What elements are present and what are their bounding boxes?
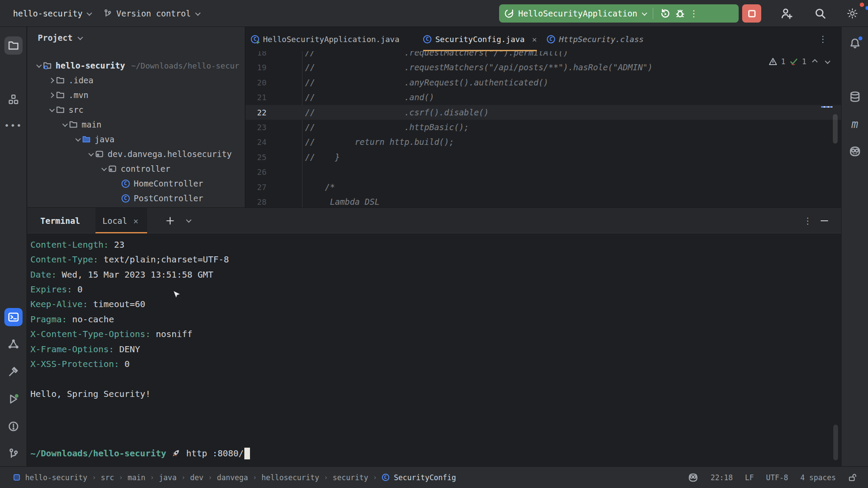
tree-item[interactable]: dev.danvega.hellosecurity [27,147,245,161]
run-more-options-icon[interactable]: ⋮ [690,8,699,19]
terminal-line: Keep-Alive: timeout=60 [30,297,145,311]
terminal-line: Content-Type: text/plain;charset=UTF-8 [30,252,229,267]
line-number: 18 [246,51,266,57]
rerun-icon[interactable] [660,8,671,19]
tab-httpsecurity[interactable]: C HttpSecurity.class [547,27,644,51]
tab-label: HelloSecurityApplication.java [263,35,399,44]
line-number: 20 [246,78,266,87]
terminal-more-button[interactable]: ⋮ [803,208,813,233]
terminal-tab-options-button[interactable] [186,208,190,233]
terminal-scrollbar[interactable] [833,425,838,460]
tree-item[interactable]: controller [27,161,245,176]
project-folder-icon [43,61,52,70]
run-configuration-widget[interactable]: HelloSecurityApplication ⋮ [499,4,739,23]
breadcrumb-item[interactable]: hellosecurity [261,473,319,482]
terminal-line: X-XSS-Protection: 0 [30,357,130,371]
breadcrumb-separator: › [324,474,328,481]
tree-item-root[interactable]: hello-security ~/Downloads/hello-secur [27,58,245,73]
tree-item[interactable]: java [27,132,245,147]
breadcrumb-item[interactable]: danvega [217,473,248,482]
folder-icon [56,91,65,99]
breadcrumb-item[interactable]: dev [190,473,204,482]
code-line: 21 // .and() [246,90,841,105]
breadcrumb-item[interactable]: main [128,473,145,482]
breadcrumb-item[interactable]: java [159,473,177,482]
settings-button[interactable] [846,0,858,27]
sidebar-item-terminal[interactable] [4,308,23,326]
package-icon [95,150,104,158]
debug-icon[interactable] [675,8,685,19]
hide-terminal-button[interactable] [821,208,828,233]
sidebar-item-endpoints[interactable] [4,335,23,354]
tab-hellosecurityapplication[interactable]: C HelloSecurityApplication.java [251,27,399,51]
terminal-tab-local[interactable]: Local ✕ [95,208,147,233]
chevron-down-icon [195,10,201,16]
copilot-status-icon[interactable] [688,472,698,483]
code-line: 23 // .httpBasic(); [246,120,841,134]
file-encoding[interactable]: UTF-8 [766,473,788,482]
breadcrumb[interactable]: hello-security› src› main› java› dev› da… [13,473,456,482]
previous-problem-icon[interactable] [812,59,818,65]
inspections-widget[interactable]: 1 1 [769,57,829,66]
sidebar-item-problems[interactable] [4,417,23,436]
breadcrumb-item[interactable]: src [101,473,114,482]
sidebar-item-database[interactable] [846,88,864,106]
tree-item[interactable]: C PostController [27,191,245,206]
line-separator[interactable]: LF [745,473,753,482]
branch-icon [8,448,19,459]
version-control-button[interactable]: Version control [103,0,199,27]
sidebar-item-more[interactable]: ••• [4,116,23,134]
breadcrumb-item[interactable]: hello-security [25,473,87,482]
close-icon[interactable]: ✕ [532,35,537,44]
breadcrumb-item[interactable]: security [333,473,368,482]
tree-item[interactable]: .mvn [27,88,245,102]
indent-setting[interactable]: 4 spaces [800,473,836,482]
sidebar-item-git[interactable] [4,445,23,463]
sidebar-item-project[interactable] [4,36,23,55]
breadcrumb-item-current[interactable]: SecurityConfig [394,473,456,482]
copilot-icon [849,145,861,157]
tab-securityconfig[interactable]: C SecurityConfig.java ✕ [423,27,537,51]
tab-list-more-icon[interactable]: ⋮ [819,34,828,44]
class-icon: C [382,474,389,481]
chevron-down-icon [36,62,42,68]
line-number: 23 [246,123,266,132]
status-bar: hello-security› src› main› java› dev› da… [0,466,868,488]
sidebar-item-structure[interactable] [4,90,23,108]
tree-item[interactable]: main [27,117,245,132]
code-editor[interactable]: 18 // .requestMatchers("/").permitAll() … [246,51,841,207]
version-control-label: Version control [116,9,191,18]
sidebar-item-build[interactable] [4,363,23,381]
code-line-current: 22 // .csrf().disable() [246,105,841,120]
tree-item[interactable]: .idea [27,73,245,88]
folder-icon [8,40,19,51]
tree-item[interactable]: C HomeController [27,176,245,191]
typo-ok-icon [789,57,798,66]
new-terminal-button[interactable] [165,208,175,233]
tree-item-label: java [95,134,115,144]
sidebar-item-maven[interactable]: m [846,115,864,133]
active-tab-underline [95,232,147,233]
gear-icon [846,7,858,20]
cursor-position[interactable]: 22:18 [710,473,733,482]
close-icon[interactable]: ✕ [133,216,138,226]
unlock-icon[interactable] [848,473,857,482]
project-widget-button[interactable]: hello-security [13,0,91,27]
terminal-title[interactable]: Terminal [40,208,80,233]
sidebar-item-copilot[interactable] [846,142,864,160]
chevron-down-icon [641,10,647,16]
sidebar-item-notifications[interactable] [846,34,864,52]
terminal-prompt-line[interactable]: ~/Downloads/hello-security http :8080/ [30,446,250,461]
line-number: 19 [246,63,266,72]
tree-item[interactable]: src [27,102,245,117]
search-everywhere-button[interactable] [814,0,826,27]
terminal-line: X-Frame-Options: DENY [30,342,140,357]
code-line: 25 // } [246,150,841,164]
add-user-button[interactable] [780,0,792,27]
sidebar-item-services[interactable] [4,390,23,408]
stop-button[interactable] [742,4,761,23]
editor-scrollbar[interactable] [833,114,838,144]
project-panel-header[interactable]: Project [38,33,82,43]
class-icon: C [423,35,431,43]
error-stripe-mark [821,106,832,108]
